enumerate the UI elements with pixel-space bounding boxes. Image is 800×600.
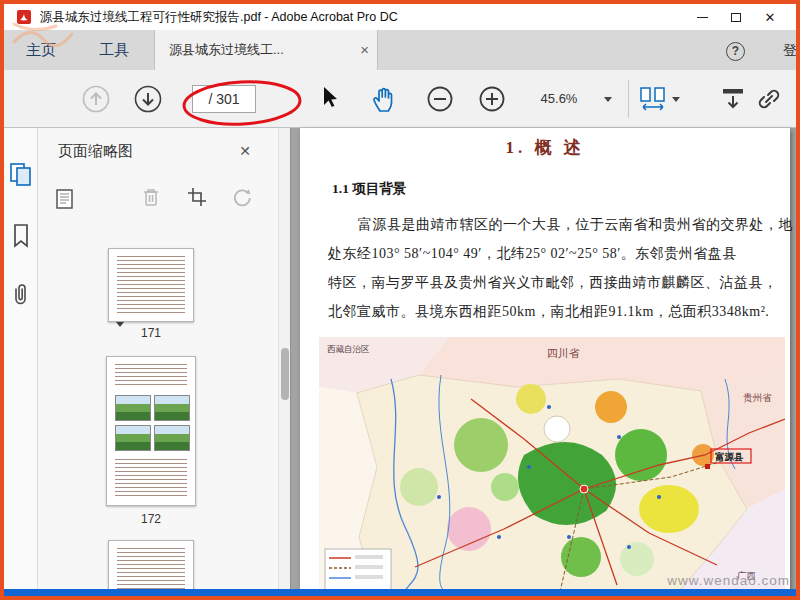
select-tool-icon[interactable]	[316, 83, 342, 115]
zoom-in-icon[interactable]	[476, 83, 508, 115]
paragraph-line: 处东经103° 58′~104° 49′，北纬25° 02′~25° 58′。东…	[328, 239, 778, 268]
province-map: 富源县 西藏自治区 四川省 贵州省 广西	[319, 337, 785, 596]
help-button[interactable]: ?	[726, 42, 745, 61]
map-label-guizhou: 贵州省	[743, 392, 772, 403]
navigation-rail	[4, 128, 38, 596]
crop-pages-icon[interactable]	[184, 184, 210, 210]
toolbar-separator	[628, 80, 629, 118]
thumbnail-options-icon[interactable]	[54, 186, 80, 212]
tab-close-icon[interactable]: ×	[360, 30, 369, 70]
page-thumbnails-icon[interactable]	[7, 160, 35, 188]
tab-tools[interactable]: 工具	[78, 30, 150, 70]
close-button[interactable]: ✕	[756, 4, 784, 30]
thumbnail-photo	[115, 425, 151, 451]
maximize-button[interactable]	[722, 4, 750, 30]
page-display-icon[interactable]	[638, 83, 668, 115]
page-thumbnail-171[interactable]	[108, 248, 194, 322]
bookmarks-icon[interactable]	[7, 222, 35, 250]
document-heading: 1. 概 述	[300, 136, 790, 159]
maximize-icon	[731, 13, 741, 22]
close-icon: ✕	[765, 10, 776, 25]
map-label-fuyuan: 富源县	[715, 451, 744, 462]
panel-scrollbar-thumb[interactable]	[281, 348, 289, 400]
zoom-dropdown-caret[interactable]	[604, 97, 612, 102]
thumbnail-page-number: 171	[108, 326, 194, 340]
signin-label[interactable]: 登	[783, 42, 800, 62]
toolbar-tray-icon[interactable]	[718, 83, 748, 115]
page-up-icon[interactable]	[80, 83, 112, 115]
paragraph-line: 特区，南与罗平县及贵州省兴义市毗邻，西接曲靖市麒麟区、沾益县，	[328, 268, 778, 297]
page-display-caret[interactable]	[672, 97, 680, 102]
watermark-text: www.wendao.com	[656, 573, 790, 591]
minimize-button[interactable]	[688, 4, 716, 30]
document-paragraph: 富源县是曲靖市辖区的一个大县，位于云南省和贵州省的交界处，地 处东经103° 5…	[328, 210, 778, 326]
acrobat-window: 源县城东过境线工程可行性研究报告.pdf - Adobe Acrobat Pro…	[0, 0, 800, 600]
thumbnail-text-lines	[117, 548, 185, 595]
title-bar: 源县城东过境线工程可行性研究报告.pdf - Adobe Acrobat Pro…	[4, 4, 796, 30]
document-viewer[interactable]: 1. 概 述 1.1 项目背景 富源县是曲靖市辖区的一个大县，位于云南省和贵州省…	[290, 128, 796, 596]
thumbnail-page-number: 172	[108, 512, 194, 526]
pdf-app-icon	[16, 9, 32, 25]
map-legend	[325, 549, 391, 591]
share-link-icon[interactable]	[754, 83, 784, 115]
paragraph-line: 富源县是曲靖市辖区的一个大县，位于云南省和贵州省的交界处，地	[328, 210, 778, 239]
panel-title: 页面缩略图	[58, 128, 133, 174]
thumbnails-panel: 页面缩略图 ✕ 171	[38, 128, 290, 596]
thumbnail-photo	[115, 395, 151, 421]
document-subheading: 1.1 项目背景	[332, 180, 406, 198]
document-tab-label: 源县城东过境线工...	[169, 30, 349, 70]
zoom-out-icon[interactable]	[424, 83, 456, 115]
thumbnail-photo	[154, 395, 190, 421]
panel-close-icon[interactable]: ✕	[236, 142, 254, 160]
hand-tool-icon[interactable]	[368, 83, 400, 115]
tab-bar: 主页 工具 源县城东过境线工... ×	[4, 30, 796, 70]
delete-pages-icon[interactable]	[138, 184, 164, 210]
paragraph-line: 北邻宣威市。县境东西相距50km，南北相距91.1km，总面积3348km².	[328, 297, 778, 326]
panel-scrollbar-track[interactable]	[278, 128, 290, 596]
rotate-pages-icon[interactable]	[228, 184, 254, 210]
map-label-tibet: 西藏自治区	[327, 344, 370, 354]
thumbnail-photo	[154, 425, 190, 451]
window-title: 源县城东过境线工程可行性研究报告.pdf - Adobe Acrobat Pro…	[40, 4, 398, 30]
thumbnail-text-lines	[115, 459, 187, 499]
attachments-icon[interactable]	[7, 282, 35, 310]
page-down-icon[interactable]	[132, 83, 164, 115]
page-number-input[interactable]: / 301	[192, 85, 256, 113]
pdf-page[interactable]: 1. 概 述 1.1 项目背景 富源县是曲靖市辖区的一个大县，位于云南省和贵州省…	[300, 128, 790, 596]
thumbnail-text-lines	[115, 364, 187, 388]
tab-document[interactable]: 源县城东过境线工... ×	[154, 30, 378, 70]
page-thumbnail-172[interactable]	[106, 356, 196, 506]
thumbnail-text-lines	[117, 256, 185, 314]
minimize-icon	[697, 17, 708, 18]
zoom-level-value[interactable]: 45.6%	[520, 83, 598, 115]
map-label-sichuan: 四川省	[547, 347, 580, 359]
main-toolbar: / 301 45.6%	[4, 70, 796, 128]
tab-home[interactable]: 主页	[4, 30, 78, 70]
